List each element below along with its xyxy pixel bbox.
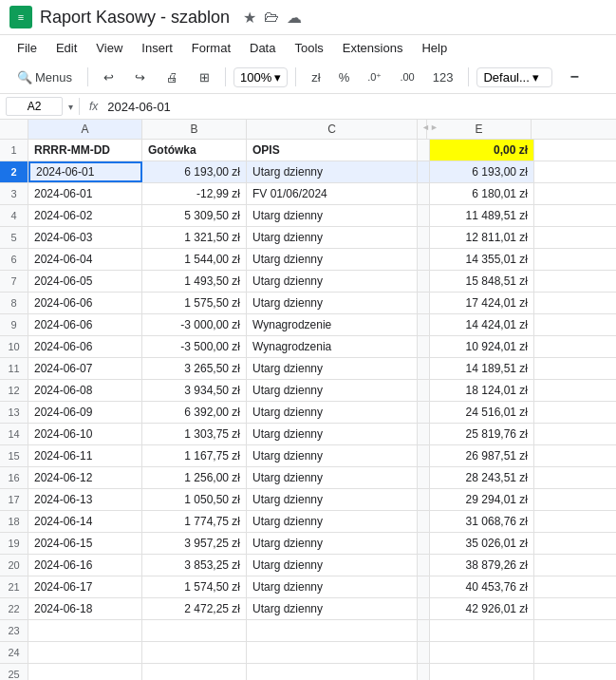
cell[interactable]: 1 321,50 zł [142, 227, 247, 248]
cell[interactable]: 42 926,01 zł [430, 598, 534, 619]
cell[interactable]: 29 294,01 zł [430, 489, 534, 510]
cell[interactable]: Utarg dzienny [247, 271, 418, 292]
cell[interactable] [418, 271, 430, 292]
cell[interactable]: 31 068,76 zł [430, 511, 534, 532]
cell[interactable] [418, 620, 430, 641]
cell[interactable]: 14 424,01 zł [430, 314, 534, 335]
table-row[interactable]: 25 [0, 664, 616, 680]
table-row[interactable]: 142024-06-101 303,75 złUtarg dzienny25 8… [0, 424, 616, 445]
cell[interactable]: OPIS [247, 140, 418, 161]
menu-item-format[interactable]: Format [184, 37, 238, 59]
cell[interactable]: 17 424,01 zł [430, 293, 534, 313]
cell[interactable]: 26 987,51 zł [430, 445, 534, 466]
cell[interactable]: 1 493,50 zł [142, 271, 247, 292]
table-row[interactable]: 172024-06-131 050,50 złUtarg dzienny29 2… [0, 489, 616, 511]
cell[interactable]: 14 355,01 zł [430, 249, 534, 270]
cell[interactable]: Utarg dzienny [247, 249, 418, 270]
zoom-selector[interactable]: 100% ▾ [233, 67, 288, 87]
cell[interactable]: 3 934,50 zł [142, 380, 247, 401]
cell[interactable]: 2024-06-03 [28, 227, 142, 248]
cell[interactable]: -12,99 zł [142, 183, 247, 204]
cell[interactable] [418, 205, 430, 226]
cell[interactable]: 2024-06-10 [28, 424, 142, 444]
cell[interactable] [418, 598, 430, 619]
print-button[interactable]: 🖨 [159, 66, 186, 88]
table-row[interactable]: 152024-06-111 167,75 złUtarg dzienny26 9… [0, 445, 616, 467]
cell[interactable]: -3 500,00 zł [142, 336, 247, 357]
cell[interactable] [418, 533, 430, 554]
undo-button[interactable]: ↩ [96, 66, 121, 88]
menu-item-view[interactable]: View [88, 37, 130, 59]
cell[interactable] [418, 249, 430, 270]
cell[interactable]: 40 453,76 zł [430, 576, 534, 597]
table-row[interactable]: 222024-06-182 472,25 złUtarg dzienny42 9… [0, 598, 616, 620]
table-row[interactable]: 32024-06-01-12,99 złFV 01/06/20246 180,0… [0, 183, 616, 205]
cell[interactable] [142, 664, 247, 680]
cell[interactable]: 2024-06-06 [28, 336, 142, 357]
menu-item-data[interactable]: Data [242, 37, 283, 59]
cell[interactable]: Wynagrodzenie [247, 314, 418, 335]
cell[interactable]: Utarg dzienny [247, 380, 418, 401]
cell[interactable]: 6 193,00 zł [430, 161, 534, 182]
cell[interactable] [418, 402, 430, 423]
cell[interactable] [28, 642, 142, 663]
cell[interactable]: 2024-06-15 [28, 533, 142, 554]
cell[interactable]: 6 180,01 zł [430, 183, 534, 204]
cell[interactable]: 2024-06-17 [28, 576, 142, 597]
cell[interactable]: 14 189,51 zł [430, 358, 534, 379]
cell[interactable]: 3 853,25 zł [142, 555, 247, 576]
folder-icon[interactable]: 🗁 [264, 9, 279, 27]
cell[interactable]: 2024-06-01 [28, 183, 142, 204]
cell[interactable] [418, 183, 430, 204]
zoom-out-button[interactable]: − [562, 65, 586, 89]
menu-item-insert[interactable]: Insert [134, 37, 180, 59]
cell[interactable]: 2024-06-05 [28, 271, 142, 292]
cell[interactable]: Utarg dzienny [247, 402, 418, 423]
cell[interactable] [418, 467, 430, 488]
cell[interactable]: 2024-06-04 [28, 249, 142, 270]
table-row[interactable]: 112024-06-073 265,50 złUtarg dzienny14 1… [0, 358, 616, 380]
table-row[interactable]: 82024-06-061 575,50 złUtarg dzienny17 42… [0, 293, 616, 314]
table-row[interactable]: 92024-06-06-3 000,00 złWynagrodzenie14 4… [0, 314, 616, 336]
cell[interactable]: 24 516,01 zł [430, 402, 534, 423]
percent-button[interactable]: % [331, 66, 358, 88]
table-row[interactable]: 42024-06-025 309,50 złUtarg dzienny11 48… [0, 205, 616, 227]
cell[interactable]: Wynagrodzenia [247, 336, 418, 357]
cell[interactable] [28, 664, 142, 680]
col-resize-cd[interactable]: ◄► [418, 120, 427, 139]
cell[interactable]: 12 811,01 zł [430, 227, 534, 248]
cell[interactable]: 2024-06-16 [28, 555, 142, 576]
menu-item-file[interactable]: File [9, 37, 45, 59]
cell[interactable]: 2024-06-06 [28, 314, 142, 335]
col-header-e[interactable]: E [427, 120, 532, 139]
cell[interactable]: Utarg dzienny [247, 227, 418, 248]
cell[interactable]: Utarg dzienny [247, 467, 418, 488]
cell[interactable] [418, 664, 430, 680]
cell[interactable]: 2024-06-18 [28, 598, 142, 619]
cell[interactable]: 2024-06-11 [28, 445, 142, 466]
table-row[interactable]: 162024-06-121 256,00 złUtarg dzienny28 2… [0, 467, 616, 489]
cell[interactable]: 6 193,00 zł [142, 161, 247, 182]
cell[interactable]: 3 957,25 zł [142, 533, 247, 554]
format-paint-button[interactable]: ⊞ [192, 66, 217, 88]
cell[interactable]: 11 489,51 zł [430, 205, 534, 226]
table-row[interactable]: 52024-06-031 321,50 złUtarg dzienny12 81… [0, 227, 616, 249]
cell[interactable]: Utarg dzienny [247, 576, 418, 597]
col-header-b[interactable]: B [142, 120, 247, 139]
cell[interactable]: Utarg dzienny [247, 489, 418, 510]
cell[interactable] [418, 445, 430, 466]
cell[interactable]: 1 575,50 zł [142, 293, 247, 313]
cell[interactable]: 5 309,50 zł [142, 205, 247, 226]
cell[interactable]: 25 819,76 zł [430, 424, 534, 444]
table-row[interactable]: 202024-06-163 853,25 złUtarg dzienny38 8… [0, 555, 616, 576]
cell[interactable]: 2024-06-02 [28, 205, 142, 226]
table-row[interactable]: 212024-06-171 574,50 złUtarg dzienny40 4… [0, 576, 616, 598]
cell[interactable]: -3 000,00 zł [142, 314, 247, 335]
cell[interactable]: 1 544,00 zł [142, 249, 247, 270]
redo-button[interactable]: ↪ [127, 66, 153, 88]
table-row[interactable]: 102024-06-06-3 500,00 złWynagrodzenia10 … [0, 336, 616, 358]
menu-item-tools[interactable]: Tools [287, 37, 330, 59]
cell[interactable] [430, 664, 534, 680]
cell[interactable] [418, 576, 430, 597]
cell[interactable]: 6 392,00 zł [142, 402, 247, 423]
